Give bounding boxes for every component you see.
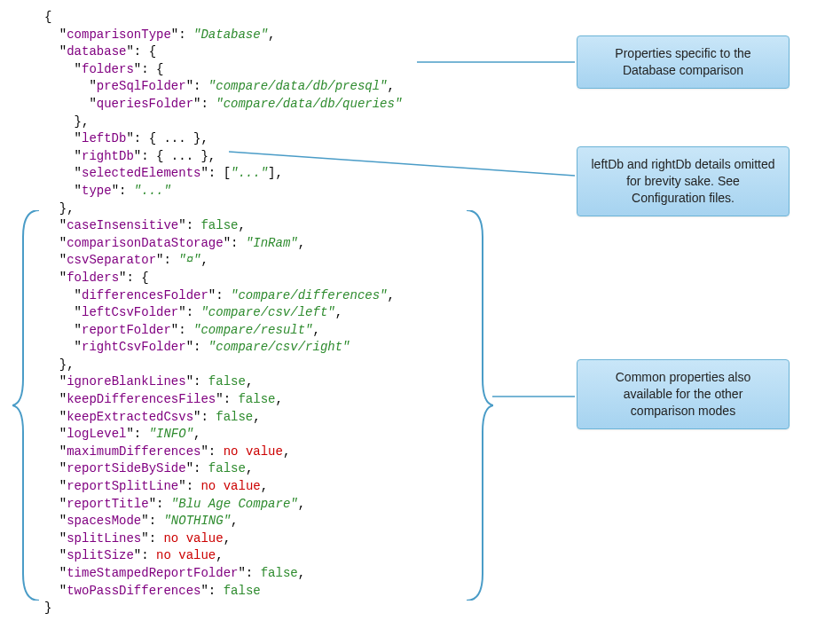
code-line: "type": "..." bbox=[44, 183, 532, 200]
code-line: "queriesFolder": "compare/data/db/querie… bbox=[44, 96, 532, 114]
code-line: { bbox=[44, 9, 532, 27]
code-line: }, bbox=[44, 114, 532, 131]
code-line: "reportFolder": "compare/result", bbox=[44, 322, 532, 340]
code-line: "preSqlFolder": "compare/data/db/presql"… bbox=[44, 78, 532, 96]
left-brace-icon bbox=[12, 210, 44, 601]
code-line: "keepDifferencesFiles": false, bbox=[44, 391, 532, 409]
callout-text: leftDb and rightDb details omitted for b… bbox=[592, 157, 775, 205]
code-line: "ignoreBlankLines": false, bbox=[44, 373, 532, 391]
code-line: "csvSeparator": "¤", bbox=[44, 252, 532, 270]
code-line: "splitLines": no value, bbox=[44, 530, 532, 548]
code-line: "reportTitle": "Blu Age Compare", bbox=[44, 496, 532, 514]
code-line: "reportSideBySide": false, bbox=[44, 460, 532, 478]
code-line: "differencesFolder": "compare/difference… bbox=[44, 287, 532, 305]
code-line: "maximumDifferences": no value, bbox=[44, 444, 532, 461]
code-line: "database": { bbox=[44, 43, 532, 61]
code-line: "selectedElements": ["..."], bbox=[44, 165, 532, 183]
code-line: "spacesMode": "NOTHING", bbox=[44, 513, 532, 530]
code-line: "rightDb": { ... }, bbox=[44, 148, 532, 166]
code-line: "rightCsvFolder": "compare/csv/right" bbox=[44, 339, 532, 357]
json-code-block: { "comparisonType": "Database", "databas… bbox=[44, 9, 532, 617]
code-line: }, bbox=[44, 357, 532, 374]
code-line: "folders": { bbox=[44, 270, 532, 287]
code-line: "twoPassDifferences": false bbox=[44, 583, 532, 601]
callout-text: Common properties also available for the… bbox=[616, 370, 751, 418]
code-line: }, bbox=[44, 200, 532, 218]
callout-text: Properties specific to the Database comp… bbox=[615, 46, 750, 77]
code-line: "caseInsensitive": false, bbox=[44, 217, 532, 235]
code-line: "comparisonDataStorage": "InRam", bbox=[44, 235, 532, 253]
code-line: "folders": { bbox=[44, 61, 532, 79]
code-line: "comparisonType": "Database", bbox=[44, 27, 532, 44]
callout-database-props: Properties specific to the Database comp… bbox=[577, 35, 790, 89]
code-line: "leftDb": { ... }, bbox=[44, 130, 532, 148]
code-line: } bbox=[44, 600, 532, 617]
callout-omitted: leftDb and rightDb details omitted for b… bbox=[577, 146, 790, 216]
code-line: "reportSplitLine": no value, bbox=[44, 478, 532, 496]
code-line: "splitSize": no value, bbox=[44, 547, 532, 565]
code-line: "leftCsvFolder": "compare/csv/left", bbox=[44, 304, 532, 322]
callout-common-props: Common properties also available for the… bbox=[577, 359, 790, 429]
code-line: "logLevel": "INFO", bbox=[44, 426, 532, 444]
code-line: "timeStampedReportFolder": false, bbox=[44, 565, 532, 583]
code-line: "keepExtractedCsvs": false, bbox=[44, 409, 532, 427]
